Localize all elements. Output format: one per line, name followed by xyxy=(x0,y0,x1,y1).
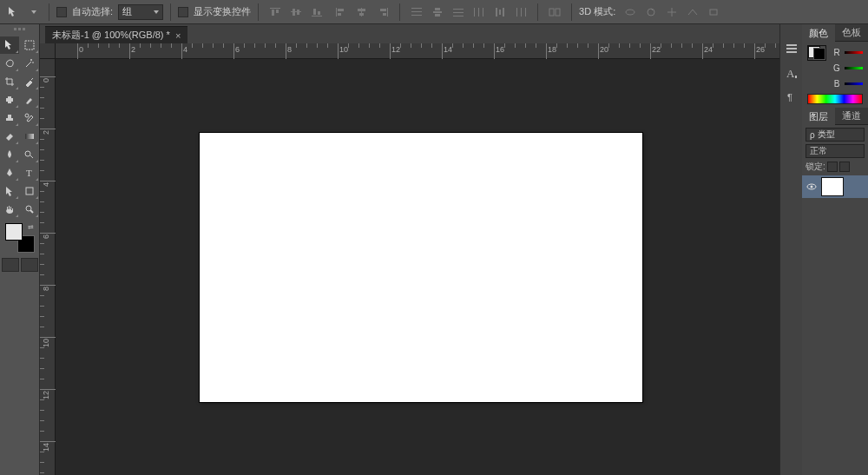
distribute-group xyxy=(407,3,530,21)
3d-rotate-icon[interactable] xyxy=(621,3,640,21)
swatches-tab[interactable]: 色板 xyxy=(835,24,868,42)
gradient-tool[interactable] xyxy=(20,128,39,145)
toolbox-handle[interactable] xyxy=(0,28,39,35)
layer-thumbnail[interactable] xyxy=(821,177,844,196)
shape-tool[interactable] xyxy=(20,182,39,200)
lock-pixels-icon[interactable] xyxy=(827,162,838,172)
align-bottom-icon[interactable] xyxy=(307,3,326,21)
g-slider[interactable] xyxy=(845,67,863,69)
caret-down-icon[interactable] xyxy=(26,4,42,20)
marquee-tool[interactable] xyxy=(20,36,39,54)
pen-tool[interactable] xyxy=(0,164,19,181)
distribute-vcenter-icon[interactable] xyxy=(428,3,447,21)
type-tool[interactable]: T xyxy=(20,164,39,181)
foreground-swatch[interactable] xyxy=(5,223,23,241)
svg-point-39 xyxy=(648,9,654,16)
document-tab[interactable]: 未标题-1 @ 100%(RGB/8) * × xyxy=(45,26,187,43)
align-left-icon[interactable] xyxy=(332,3,351,21)
lock-position-icon[interactable] xyxy=(839,162,850,172)
distribute-top-icon[interactable] xyxy=(407,3,426,21)
move-tool-indicator-icon xyxy=(5,4,21,20)
3d-roll-icon[interactable] xyxy=(641,3,661,21)
layer-item[interactable] xyxy=(802,175,868,198)
crop-tool[interactable] xyxy=(0,73,19,90)
filter-kind-select[interactable]: ρ类型 xyxy=(806,128,865,142)
auto-select-target-select[interactable]: 组 xyxy=(118,4,163,20)
close-tab-icon[interactable]: × xyxy=(175,30,181,41)
svg-rect-34 xyxy=(521,8,522,16)
heal-tool[interactable] xyxy=(0,91,19,109)
align-vcenter-icon[interactable] xyxy=(286,3,306,21)
blend-mode-value: 正常 xyxy=(810,145,827,157)
vertical-ruler[interactable]: 02468101214 xyxy=(40,59,56,475)
swap-colors-icon[interactable]: ⇄ xyxy=(28,223,34,231)
quickmask-toggle[interactable] xyxy=(2,258,19,272)
brush-tool[interactable] xyxy=(20,91,39,109)
canvas-container: 02468101214161820222426 02468101214 xyxy=(40,43,779,475)
separator xyxy=(170,3,171,21)
blend-mode-select[interactable]: 正常 xyxy=(806,144,865,158)
auto-select-checkbox[interactable] xyxy=(56,7,67,17)
svg-point-46 xyxy=(25,151,30,156)
auto-select-label: 自动选择: xyxy=(72,5,113,18)
3d-slide-icon[interactable] xyxy=(683,3,702,21)
svg-rect-6 xyxy=(312,16,322,16)
svg-rect-22 xyxy=(433,11,442,13)
r-slider[interactable] xyxy=(845,51,863,54)
layers-tab[interactable]: 图层 xyxy=(802,108,835,125)
auto-align-icon[interactable] xyxy=(545,3,564,21)
distribute-right-icon[interactable] xyxy=(511,3,530,21)
svg-text:¶: ¶ xyxy=(787,92,792,102)
distribute-left-icon[interactable] xyxy=(470,3,489,21)
separator xyxy=(49,3,49,21)
svg-rect-11 xyxy=(338,13,341,16)
align-top-icon[interactable] xyxy=(266,3,285,21)
svg-rect-51 xyxy=(786,48,797,49)
color-tab[interactable]: 颜色 xyxy=(802,24,835,42)
eraser-tool[interactable] xyxy=(0,128,19,145)
show-transform-checkbox[interactable] xyxy=(178,7,188,17)
hand-tool[interactable] xyxy=(0,201,19,218)
panel-color-swatches[interactable] xyxy=(807,45,826,61)
3d-pan-icon[interactable] xyxy=(662,3,681,21)
blur-tool[interactable] xyxy=(0,146,19,163)
align-hcenter-icon[interactable] xyxy=(352,3,372,21)
b-slider[interactable] xyxy=(845,82,863,85)
canvas[interactable] xyxy=(200,133,642,402)
canvas-background[interactable] xyxy=(56,59,779,475)
svg-rect-24 xyxy=(453,9,464,10)
horizontal-ruler[interactable]: 02468101214161820222426 xyxy=(56,43,779,59)
move-tool[interactable] xyxy=(0,36,19,54)
svg-rect-8 xyxy=(318,11,320,15)
screen-mode-toggle[interactable] xyxy=(21,258,38,272)
history-brush-tool[interactable] xyxy=(20,109,39,127)
dodge-tool[interactable] xyxy=(20,146,39,163)
svg-rect-20 xyxy=(411,15,422,16)
zoom-tool[interactable] xyxy=(20,201,39,218)
auto-select-target-value: 组 xyxy=(122,5,132,18)
3d-scale-icon[interactable] xyxy=(704,3,723,21)
channels-tab[interactable]: 通道 xyxy=(835,108,868,125)
svg-rect-1 xyxy=(272,10,274,16)
distribute-bottom-icon[interactable] xyxy=(449,3,468,21)
lock-label: 锁定: xyxy=(806,161,825,173)
distribute-hcenter-icon[interactable] xyxy=(490,3,510,21)
wand-tool[interactable] xyxy=(20,55,39,72)
ruler-corner[interactable] xyxy=(40,43,56,59)
align-right-icon[interactable] xyxy=(373,3,392,21)
svg-rect-0 xyxy=(270,8,280,9)
eyedropper-tool[interactable] xyxy=(20,73,39,90)
character-panel-icon[interactable]: A xyxy=(783,64,800,82)
svg-rect-17 xyxy=(383,13,386,16)
history-panel-icon[interactable] xyxy=(783,40,800,57)
path-select-tool[interactable] xyxy=(0,182,19,200)
paragraph-panel-icon[interactable]: ¶ xyxy=(783,89,800,106)
color-swatches[interactable]: ⇄ xyxy=(5,223,35,253)
lasso-tool[interactable] xyxy=(0,55,19,72)
stamp-tool[interactable] xyxy=(0,109,19,127)
filter-kind-label: 类型 xyxy=(818,129,835,141)
hue-strip[interactable] xyxy=(807,94,863,104)
svg-rect-48 xyxy=(26,188,33,195)
svg-rect-52 xyxy=(786,51,797,53)
visibility-icon[interactable] xyxy=(806,181,818,192)
